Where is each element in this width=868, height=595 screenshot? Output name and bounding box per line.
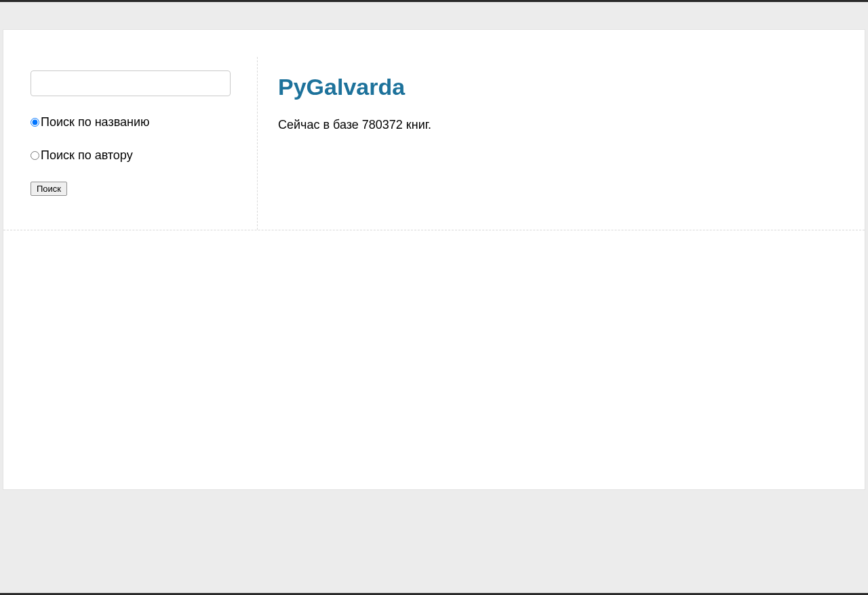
content-card: Поиск по названию Поиск по автору Поиск … [3, 29, 865, 490]
db-status-text: Сейчас в базе 780372 книг. [278, 118, 837, 132]
radio-search-by-author-input[interactable] [31, 151, 39, 160]
columns: Поиск по названию Поиск по автору Поиск … [3, 30, 865, 230]
radio-search-by-author-label: Поиск по автору [41, 148, 133, 163]
main-content: PyGalvarda Сейчас в базе 780372 книг. [258, 57, 837, 230]
search-sidebar: Поиск по названию Поиск по автору Поиск [31, 57, 258, 230]
radio-search-by-title-label: Поиск по названию [41, 115, 150, 129]
radio-search-by-title[interactable]: Поиск по названию [31, 115, 237, 129]
search-input[interactable] [31, 70, 231, 96]
radio-search-by-author[interactable]: Поиск по автору [31, 148, 237, 163]
page-title: PyGalvarda [278, 74, 837, 100]
search-mode-radio-group: Поиск по названию Поиск по автору [31, 115, 237, 163]
radio-search-by-title-input[interactable] [31, 118, 39, 127]
page-wrap: Поиск по названию Поиск по автору Поиск … [0, 2, 868, 490]
search-button[interactable]: Поиск [31, 182, 67, 196]
